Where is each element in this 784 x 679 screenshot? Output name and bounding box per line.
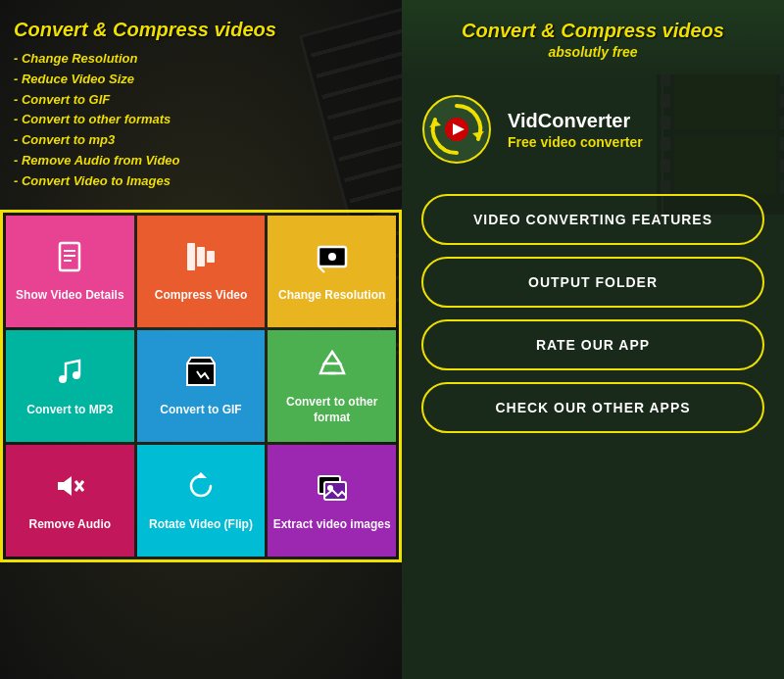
rotate-video-icon bbox=[183, 468, 219, 511]
show-video-details-label: Show Video Details bbox=[16, 288, 123, 304]
show-video-details-icon bbox=[52, 239, 87, 282]
svg-marker-15 bbox=[195, 472, 207, 478]
convert-gif-button[interactable]: Convert to GIF bbox=[137, 330, 266, 442]
app-name: VidConverter bbox=[508, 110, 643, 132]
left-header: Convert & Compress videos Change Resolut… bbox=[0, 0, 402, 202]
svg-rect-6 bbox=[207, 251, 215, 263]
svg-marker-12 bbox=[58, 476, 72, 496]
extract-images-label: Extract video images bbox=[273, 517, 391, 533]
remove-audio-button[interactable]: Remove Audio bbox=[6, 445, 134, 557]
app-info-section: VidConverter Free video converter bbox=[402, 74, 784, 184]
change-resolution-label: Change Resolution bbox=[278, 288, 385, 304]
compress-video-button[interactable]: Compress Video bbox=[137, 216, 266, 327]
change-resolution-button[interactable]: Change Resolution bbox=[268, 216, 396, 327]
convert-other-icon bbox=[315, 346, 350, 389]
change-resolution-icon bbox=[315, 239, 350, 282]
right-panel: Convert & Compress videos absolutly free… bbox=[402, 0, 784, 679]
left-panel: Convert & Compress videos Change Resolut… bbox=[0, 0, 402, 679]
right-title: Convert & Compress videos bbox=[421, 20, 764, 42]
compress-video-icon bbox=[183, 239, 219, 282]
right-header: Convert & Compress videos absolutly free bbox=[402, 0, 784, 74]
video-converting-button[interactable]: VIDEO CONVERTING FEATURES bbox=[421, 194, 764, 245]
remove-audio-label: Remove Audio bbox=[29, 517, 112, 533]
convert-mp3-button[interactable]: Convert to MP3 bbox=[6, 330, 134, 442]
compress-video-label: Compress Video bbox=[155, 288, 247, 304]
output-folder-button[interactable]: OUTPUT FOLDER bbox=[421, 257, 764, 308]
convert-mp3-icon bbox=[52, 354, 87, 397]
action-buttons-section: VIDEO CONVERTING FEATURESOUTPUT FOLDERRA… bbox=[402, 184, 784, 679]
convert-mp3-label: Convert to MP3 bbox=[26, 403, 113, 418]
feature-item: Convert Video to Images bbox=[14, 171, 388, 192]
feature-item: Change Resolution bbox=[14, 49, 388, 70]
left-title: Convert & Compress videos bbox=[14, 18, 388, 41]
svg-point-11 bbox=[73, 371, 80, 379]
convert-gif-icon bbox=[183, 354, 219, 397]
rate-app-button[interactable]: RATE OUR APP bbox=[421, 319, 764, 370]
feature-grid: Show Video Details Compress Video Change… bbox=[0, 210, 402, 562]
svg-rect-5 bbox=[197, 247, 205, 267]
extract-images-icon bbox=[315, 468, 350, 511]
rotate-video-button[interactable]: Rotate Video (Flip) bbox=[137, 445, 266, 557]
svg-rect-17 bbox=[324, 482, 346, 500]
show-video-details-button[interactable]: Show Video Details bbox=[6, 216, 134, 327]
svg-rect-4 bbox=[187, 243, 195, 270]
convert-other-button[interactable]: Convert to other format bbox=[268, 330, 396, 442]
app-logo-icon bbox=[421, 94, 492, 165]
extract-images-button[interactable]: Extract video images bbox=[268, 445, 396, 557]
remove-audio-icon bbox=[52, 468, 87, 511]
right-subtitle: absolutly free bbox=[421, 44, 764, 60]
app-text-info: VidConverter Free video converter bbox=[508, 110, 643, 150]
convert-other-label: Convert to other format bbox=[271, 395, 392, 425]
feature-item: Convert to mp3 bbox=[14, 130, 388, 151]
convert-gif-label: Convert to GIF bbox=[160, 403, 241, 418]
app-tagline: Free video converter bbox=[508, 134, 643, 150]
svg-point-8 bbox=[328, 253, 336, 261]
rotate-video-label: Rotate Video (Flip) bbox=[149, 517, 253, 533]
feature-item: Remove Audio from Video bbox=[14, 151, 388, 171]
feature-item: Convert to GIF bbox=[14, 90, 388, 111]
svg-point-10 bbox=[59, 375, 67, 383]
feature-item: Reduce Video Size bbox=[14, 70, 388, 90]
other-apps-button[interactable]: CHECK OUR OTHER APPS bbox=[421, 382, 764, 433]
features-list: Change ResolutionReduce Video SizeConver… bbox=[14, 49, 388, 192]
feature-item: Convert to other formats bbox=[14, 110, 388, 130]
